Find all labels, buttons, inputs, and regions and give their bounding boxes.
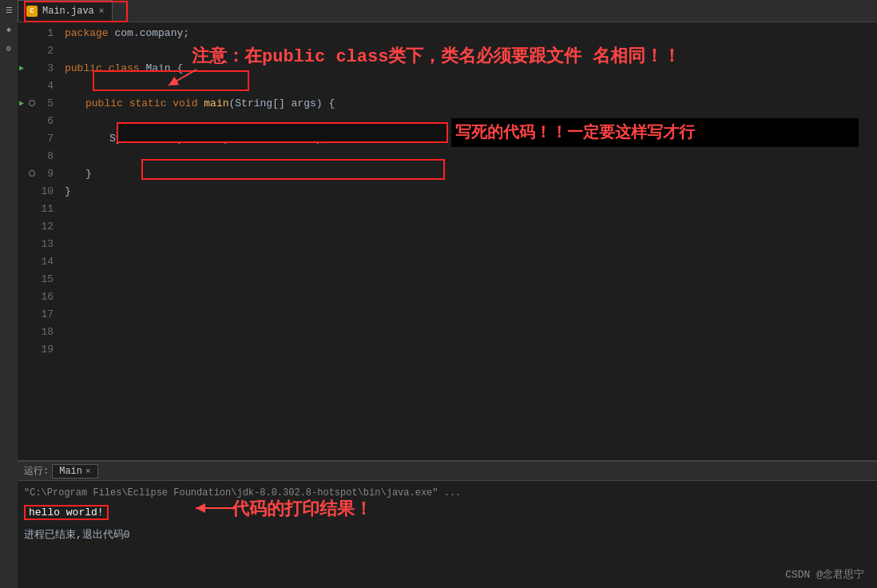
code-line-3: public class Main { xyxy=(62,59,877,77)
left-sidebar: ☰ ◈ ⚙ xyxy=(0,0,18,588)
line-13: 13 xyxy=(18,235,62,252)
console-tab-label: Main xyxy=(59,466,82,477)
console-output-line: hello world! xyxy=(24,503,871,521)
console-run-line: "C:\Program Files\Eclipse Foundation\jdk… xyxy=(24,484,871,502)
line-10: 10 xyxy=(18,182,62,200)
csdn-watermark: CSDN @念君思宁 xyxy=(785,567,864,582)
line-5: ▶ 5 xyxy=(18,94,62,112)
sidebar-icon-1: ☰ xyxy=(2,3,16,18)
tab-label: Main.java xyxy=(42,6,94,17)
console-tab-main[interactable]: Main × xyxy=(52,464,97,479)
code-line-19 xyxy=(62,340,877,358)
line-17: 17 xyxy=(18,305,62,323)
line-1: 1 xyxy=(18,24,62,42)
breakpoint-line5[interactable] xyxy=(29,100,35,106)
run-button-line3[interactable]: ▶ xyxy=(19,63,24,73)
main-java-tab[interactable]: C Main.java × xyxy=(18,0,113,22)
hello-world-output: hello world! xyxy=(24,505,109,520)
run-button-line5[interactable]: ▶ xyxy=(19,98,24,108)
code-line-17 xyxy=(62,305,877,323)
breakpoint-line9[interactable] xyxy=(29,170,35,177)
line-15: 15 xyxy=(18,270,62,288)
line-3: ▶ 3 xyxy=(18,59,62,77)
console-tab-close[interactable]: × xyxy=(85,467,91,476)
tab-file-icon: C xyxy=(26,6,38,17)
sidebar-icon-3: ⚙ xyxy=(2,42,16,56)
line-7: 7 xyxy=(18,129,62,147)
tab-close-button[interactable]: × xyxy=(99,6,105,16)
code-line-11 xyxy=(62,200,877,217)
code-content[interactable]: package com.company; public class Main {… xyxy=(62,22,877,460)
line-6: 6 xyxy=(18,112,62,129)
line-11: 11 xyxy=(18,200,62,217)
sidebar-icon-2: ◈ xyxy=(2,22,16,37)
line-19: 19 xyxy=(18,340,62,358)
run-command: "C:\Program Files\Eclipse Foundation\jdk… xyxy=(24,487,461,499)
line-14: 14 xyxy=(18,252,62,270)
line-18: 18 xyxy=(18,323,62,340)
tab-bar: C Main.java × xyxy=(18,0,877,22)
console-tab-bar: 运行: Main × xyxy=(18,462,877,481)
code-line-12 xyxy=(62,217,877,235)
code-line-15 xyxy=(62,270,877,288)
line-8: 8 xyxy=(18,147,62,165)
line-16: 16 xyxy=(18,288,62,305)
editor-area: 1 2 ▶ 3 4 ▶ 5 6 7 8 9 10 11 12 13 14 15 … xyxy=(18,22,877,460)
line-numbers: 1 2 ▶ 3 4 ▶ 5 6 7 8 9 10 11 12 13 14 15 … xyxy=(18,22,62,460)
code-line-10: } xyxy=(62,182,877,200)
line-4: 4 xyxy=(18,77,62,94)
code-line-2 xyxy=(62,42,877,59)
line-12: 12 xyxy=(18,217,62,235)
code-line-8 xyxy=(62,147,877,165)
code-line-7: System.out.println("hello world!"); xyxy=(62,129,877,147)
code-line-9: } xyxy=(62,165,877,182)
code-line-1: package com.company; xyxy=(62,24,877,42)
console-body: "C:\Program Files\Eclipse Foundation\jdk… xyxy=(18,481,877,546)
code-line-13 xyxy=(62,235,877,252)
console-area: 运行: Main × "C:\Program Files\Eclipse Fou… xyxy=(18,460,877,588)
code-line-16 xyxy=(62,288,877,305)
console-exit-line: 进程已结束,退出代码0 xyxy=(24,526,871,543)
code-line-14 xyxy=(62,252,877,270)
code-line-18 xyxy=(62,323,877,340)
code-line-5: public static void main(String[] args) { xyxy=(62,94,877,112)
exit-message: 进程已结束,退出代码0 xyxy=(24,527,130,542)
code-line-6 xyxy=(62,112,877,129)
line-2: 2 xyxy=(18,42,62,59)
code-line-4 xyxy=(62,77,877,94)
console-label: 运行: xyxy=(24,464,49,478)
line-9: 9 xyxy=(18,165,62,182)
